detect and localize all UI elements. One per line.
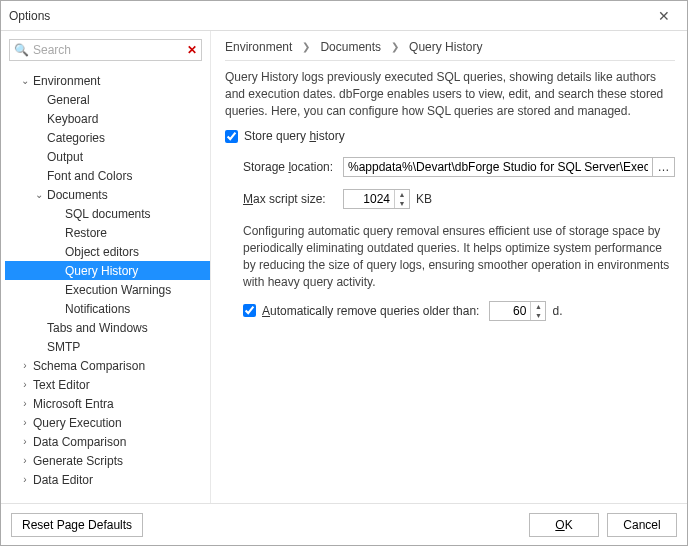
tree-tabswin[interactable]: Tabs and Windows — [5, 318, 210, 337]
spin-down-icon[interactable]: ▼ — [395, 199, 409, 208]
max-script-unit: KB — [416, 192, 432, 206]
content-panel: Environment ❯ Documents ❯ Query History … — [211, 31, 687, 503]
tree-smtp[interactable]: SMTP — [5, 337, 210, 356]
tree-sqldocs[interactable]: SQL documents — [5, 204, 210, 223]
max-script-spinner[interactable]: ▲▼ — [343, 189, 410, 209]
max-script-input[interactable] — [344, 192, 394, 206]
clear-search-icon[interactable]: ✕ — [187, 43, 197, 57]
breadcrumb: Environment ❯ Documents ❯ Query History — [225, 39, 675, 61]
tree-output[interactable]: Output — [5, 147, 210, 166]
auto-remove-input[interactable] — [490, 304, 530, 318]
auto-remove-description: Configuring automatic query removal ensu… — [243, 223, 675, 290]
chevron-right-icon[interactable]: › — [19, 360, 31, 371]
tree-queryexec[interactable]: ›Query Execution — [5, 413, 210, 432]
spin-down-icon[interactable]: ▼ — [531, 311, 545, 320]
store-history-checkbox[interactable] — [225, 130, 238, 143]
auto-remove-row: Automatically remove queries older than:… — [243, 301, 675, 321]
chevron-right-icon[interactable]: › — [19, 474, 31, 485]
chevron-right-icon[interactable]: › — [19, 417, 31, 428]
crumb-environment[interactable]: Environment — [225, 40, 292, 54]
tree-datacomp[interactable]: ›Data Comparison — [5, 432, 210, 451]
crumb-documents[interactable]: Documents — [320, 40, 381, 54]
browse-button[interactable]: … — [653, 157, 675, 177]
cancel-button[interactable]: Cancel — [607, 513, 677, 537]
tree-keyboard[interactable]: Keyboard — [5, 109, 210, 128]
tree-restore[interactable]: Restore — [5, 223, 210, 242]
chevron-right-icon[interactable]: › — [19, 379, 31, 390]
ok-button[interactable]: OK — [529, 513, 599, 537]
options-dialog: Options ✕ 🔍 ✕ ⌄Environment General Keybo… — [0, 0, 688, 546]
chevron-right-icon: ❯ — [302, 41, 310, 52]
tree-environment[interactable]: ⌄Environment — [5, 71, 210, 90]
tree-general[interactable]: General — [5, 90, 210, 109]
nav-tree[interactable]: ⌄Environment General Keyboard Categories… — [1, 67, 210, 503]
chevron-right-icon[interactable]: › — [19, 398, 31, 409]
store-history-label[interactable]: Store query history — [244, 129, 345, 143]
tree-objeditors[interactable]: Object editors — [5, 242, 210, 261]
tree-queryhistory[interactable]: Query History — [5, 261, 210, 280]
page-description: Query History logs previously executed S… — [225, 69, 675, 119]
tree-execwarn[interactable]: Execution Warnings — [5, 280, 210, 299]
spin-up-icon[interactable]: ▲ — [395, 190, 409, 199]
crumb-queryhistory: Query History — [409, 40, 482, 54]
chevron-down-icon[interactable]: ⌄ — [19, 75, 31, 86]
tree-notifications[interactable]: Notifications — [5, 299, 210, 318]
tree-fonts[interactable]: Font and Colors — [5, 166, 210, 185]
search-icon: 🔍 — [14, 43, 29, 57]
tree-genscripts[interactable]: ›Generate Scripts — [5, 451, 210, 470]
storage-location-input[interactable] — [343, 157, 653, 177]
tree-documents[interactable]: ⌄Documents — [5, 185, 210, 204]
max-script-label: Max script size: — [243, 192, 343, 206]
chevron-right-icon[interactable]: › — [19, 436, 31, 447]
store-history-row: Store query history — [225, 129, 675, 143]
titlebar: Options ✕ — [1, 1, 687, 31]
storage-location-label: Storage location: — [243, 160, 343, 174]
left-panel: 🔍 ✕ ⌄Environment General Keyboard Catego… — [1, 31, 211, 503]
tree-categories[interactable]: Categories — [5, 128, 210, 147]
window-title: Options — [9, 9, 649, 23]
reset-defaults-button[interactable]: Reset Page Defaults — [11, 513, 143, 537]
spin-up-icon[interactable]: ▲ — [531, 302, 545, 311]
search-input[interactable] — [29, 43, 187, 57]
dialog-footer: Reset Page Defaults OK Cancel — [1, 503, 687, 545]
tree-msentra[interactable]: ›Microsoft Entra — [5, 394, 210, 413]
auto-remove-spinner[interactable]: ▲▼ — [489, 301, 546, 321]
tree-schemacomp[interactable]: ›Schema Comparison — [5, 356, 210, 375]
storage-location-row: Storage location: … — [243, 157, 675, 177]
chevron-down-icon[interactable]: ⌄ — [33, 189, 45, 200]
chevron-right-icon: ❯ — [391, 41, 399, 52]
auto-remove-checkbox[interactable] — [243, 304, 256, 317]
auto-remove-unit: d. — [552, 304, 562, 318]
max-script-row: Max script size: ▲▼ KB — [243, 189, 675, 209]
search-box: 🔍 ✕ — [9, 39, 202, 61]
close-icon[interactable]: ✕ — [649, 8, 679, 24]
tree-dataeditor[interactable]: ›Data Editor — [5, 470, 210, 489]
chevron-right-icon[interactable]: › — [19, 455, 31, 466]
tree-texteditor[interactable]: ›Text Editor — [5, 375, 210, 394]
auto-remove-label[interactable]: Automatically remove queries older than: — [262, 304, 479, 318]
